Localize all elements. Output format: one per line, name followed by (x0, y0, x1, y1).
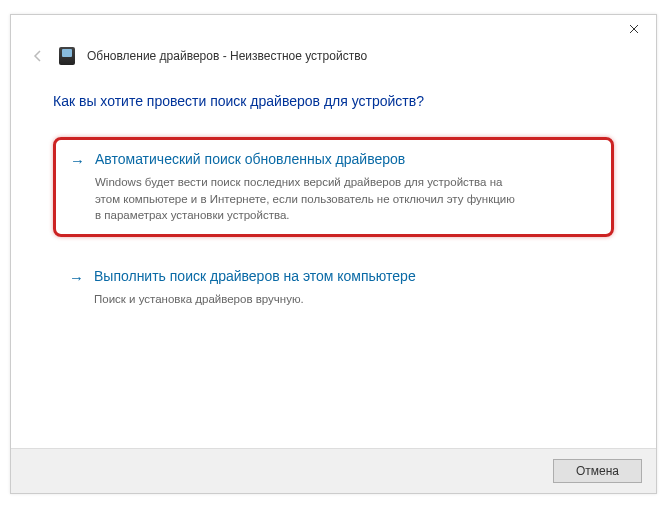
arrow-right-icon: → (70, 150, 85, 171)
option-manual-search[interactable]: → Выполнить поиск драйверов на этом комп… (53, 255, 614, 320)
dialog-title: Обновление драйверов - Неизвестное устро… (87, 49, 367, 63)
option-manual-desc: Поиск и установка драйверов вручную. (94, 291, 514, 308)
content-area: Как вы хотите провести поиск драйверов д… (11, 75, 656, 448)
option-auto-desc: Windows будет вести поиск последних верс… (95, 174, 515, 224)
option-auto-search[interactable]: → Автоматический поиск обновленных драйв… (53, 137, 614, 237)
titlebar (11, 15, 656, 45)
cancel-button[interactable]: Отмена (553, 459, 642, 483)
back-arrow-icon[interactable] (29, 47, 47, 65)
device-icon (59, 47, 75, 65)
close-icon[interactable] (611, 15, 656, 43)
arrow-right-icon: → (69, 267, 84, 288)
dialog-footer: Отмена (11, 448, 656, 493)
page-heading: Как вы хотите провести поиск драйверов д… (53, 93, 614, 109)
option-manual-title: Выполнить поиск драйверов на этом компью… (94, 267, 416, 287)
driver-update-dialog: Обновление драйверов - Неизвестное устро… (10, 14, 657, 494)
dialog-header: Обновление драйверов - Неизвестное устро… (11, 45, 656, 75)
option-auto-title: Автоматический поиск обновленных драйвер… (95, 150, 405, 170)
